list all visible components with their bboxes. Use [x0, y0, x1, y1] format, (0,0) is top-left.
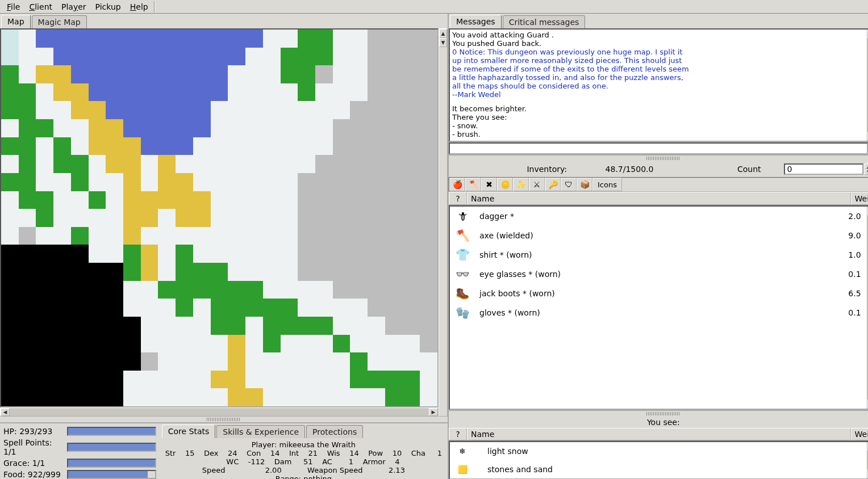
map-tile — [263, 371, 281, 389]
map-tile — [176, 137, 193, 156]
scroll-left-icon[interactable]: ◀ — [1, 408, 10, 416]
filter-weapons-icon[interactable]: ⚔ — [529, 178, 545, 191]
menu-client[interactable]: Client — [24, 1, 57, 12]
map-tile — [19, 245, 36, 263]
inventory-item[interactable]: 🪓axe (wielded)9.0 — [450, 226, 867, 245]
filter-unpaid-icon[interactable]: ✖ — [481, 178, 497, 191]
scroll-down-icon[interactable]: ▼ — [439, 38, 447, 47]
inventory-item[interactable]: 👓eye glasses * (worn)0.1 — [450, 264, 867, 284]
map-tile — [123, 281, 141, 299]
pane-grip[interactable] — [646, 157, 681, 160]
tab-critical-messages[interactable]: Critical messages — [503, 15, 586, 28]
spin-up-icon[interactable]: ▲ — [865, 163, 868, 169]
tab-skills[interactable]: Skills & Experience — [216, 425, 305, 438]
tab-map[interactable]: Map — [1, 15, 31, 28]
filter-applied-icon[interactable]: 🪓 — [465, 178, 481, 191]
map-tile — [53, 352, 71, 371]
map-tile — [245, 101, 263, 119]
map-tile — [368, 281, 385, 299]
map-view[interactable] — [0, 28, 439, 407]
map-tile — [141, 335, 158, 353]
filter-all-icon[interactable]: 🍎 — [449, 178, 465, 191]
col-weight[interactable]: Wei — [851, 428, 868, 440]
map-tile — [211, 209, 228, 227]
count-input[interactable]: 0 — [784, 163, 863, 175]
pane-grip[interactable] — [646, 412, 681, 415]
inventory-item[interactable]: 🗡dagger *2.0 — [450, 207, 867, 226]
map-tile — [333, 137, 350, 156]
map-scrollbar-vertical[interactable]: ▲ ▼ — [439, 28, 448, 417]
menu-help[interactable]: Help — [126, 1, 153, 12]
map-tile — [333, 245, 350, 263]
item-icon: 👕 — [453, 247, 471, 263]
map-tile — [385, 263, 403, 281]
map-tile — [368, 155, 385, 173]
map-tile — [193, 335, 211, 353]
col-question[interactable]: ? — [449, 192, 467, 205]
map-tile — [193, 317, 211, 335]
command-input[interactable] — [449, 142, 868, 154]
col-weight[interactable]: Wei — [851, 192, 868, 205]
filter-misc-icon[interactable]: 📦 — [577, 178, 592, 191]
map-tile — [71, 299, 89, 317]
map-tile — [350, 119, 368, 137]
col-name[interactable]: Name — [467, 192, 851, 205]
inventory-item[interactable]: 🧤gloves * (worn)0.1 — [450, 303, 867, 322]
tab-core-stats[interactable]: Core Stats — [162, 425, 216, 438]
tab-messages[interactable]: Messages — [450, 15, 502, 28]
inventory-item[interactable]: 🥾jack boots * (worn)6.5 — [450, 284, 867, 303]
map-tile — [315, 281, 333, 299]
filter-armor-icon[interactable]: 🛡 — [561, 178, 577, 191]
item-name: jack boots * (worn) — [479, 289, 836, 298]
filter-icons-tab[interactable]: Icons — [592, 178, 622, 191]
map-tile — [53, 245, 71, 263]
map-scrollbar-horizontal[interactable]: ◀ ▶ — [0, 407, 439, 417]
look-item[interactable]: ❄light snow — [450, 442, 867, 460]
map-tile — [385, 388, 403, 406]
map-tile — [89, 281, 106, 299]
map-tile — [36, 245, 53, 263]
scroll-right-icon[interactable]: ▶ — [429, 408, 438, 416]
menu-player[interactable]: Player — [57, 1, 91, 12]
map-tile — [19, 137, 36, 156]
map-tile — [71, 317, 89, 335]
map-tile — [315, 352, 333, 371]
menu-file[interactable]: File — [2, 1, 24, 12]
map-tile — [333, 155, 350, 173]
map-tile — [420, 263, 437, 281]
map-tile — [193, 65, 211, 83]
map-tile — [385, 83, 403, 102]
map-tile — [141, 119, 158, 137]
filter-coins-icon[interactable]: 🪙 — [497, 178, 513, 191]
map-tile — [158, 101, 176, 119]
map-tile — [281, 83, 298, 102]
pane-grip[interactable] — [207, 418, 241, 421]
map-tile — [71, 83, 89, 102]
map-tile — [403, 245, 420, 263]
map-tile — [281, 352, 298, 371]
map-tile — [420, 317, 437, 335]
map-tile — [123, 335, 141, 353]
map-tile — [53, 371, 71, 389]
map-tile — [106, 155, 123, 173]
col-name[interactable]: Name — [467, 428, 851, 440]
filter-keys-icon[interactable]: 🔑 — [545, 178, 561, 191]
map-tile — [19, 65, 36, 83]
map-tile — [158, 209, 176, 227]
map-tile — [245, 209, 263, 227]
spin-down-icon[interactable]: ▼ — [865, 169, 868, 175]
col-question[interactable]: ? — [449, 428, 467, 440]
map-tile — [263, 101, 281, 119]
scroll-up-icon[interactable]: ▲ — [439, 29, 447, 38]
map-tile — [123, 191, 141, 209]
map-tile — [123, 83, 141, 102]
filter-magic-icon[interactable]: ✨ — [513, 178, 529, 191]
look-item[interactable]: 🟨stones and sand — [450, 460, 867, 478]
inventory-item[interactable]: 👕shirt * (worn)1.0 — [450, 245, 867, 264]
tab-protections[interactable]: Protections — [306, 425, 363, 438]
menu-pickup[interactable]: Pickup — [91, 1, 126, 12]
map-tile — [106, 227, 123, 245]
map-tile — [89, 173, 106, 191]
map-tile — [228, 119, 245, 137]
tab-magic-map[interactable]: Magic Map — [32, 15, 87, 28]
